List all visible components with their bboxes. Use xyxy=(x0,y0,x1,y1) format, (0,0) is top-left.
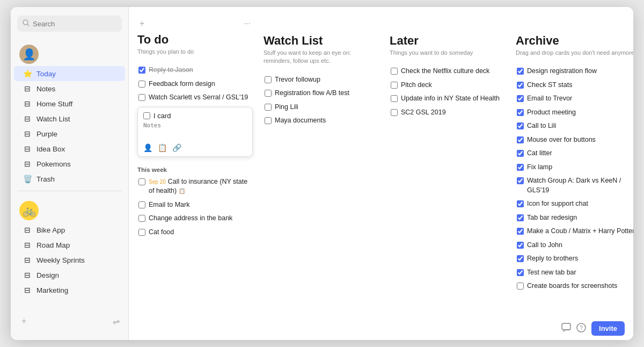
column-todo-header: To do Things you plan to do xyxy=(137,33,253,61)
search-bar[interactable] xyxy=(17,16,122,32)
task-label-a3: Email to Trevor xyxy=(527,94,572,104)
task-checkbox-a4[interactable] xyxy=(517,109,524,116)
task-checkbox-1[interactable] xyxy=(138,67,145,74)
sidebar-item-watch-list[interactable]: ⊟ Watch List xyxy=(14,111,125,126)
pokemons-label: Pokemons xyxy=(36,160,71,168)
task-label-l1: Check the Netflix culture deck xyxy=(401,67,489,76)
task-label-a16: Create boards for screenshots xyxy=(527,281,617,291)
sidebar-item-trash[interactable]: 🗑️ Trash xyxy=(14,171,125,186)
column-todo-add-button[interactable]: + xyxy=(137,18,147,30)
task-archive-1: Design registration flow xyxy=(516,64,633,78)
task-checkbox-l1[interactable] xyxy=(391,68,398,75)
sidebar-item-bike-app[interactable]: ⊟ Bike App xyxy=(14,222,125,237)
card-popup-notes-input[interactable] xyxy=(143,122,247,137)
task-label-3: Watch Scarlett vs Serral / GSL'19 xyxy=(149,93,248,103)
task-label-a6: Mouse over for buttons xyxy=(527,135,596,145)
task-checkbox-3[interactable] xyxy=(138,94,145,101)
task-archive-2: Check ST stats xyxy=(516,78,633,92)
task-checkbox-2[interactable] xyxy=(138,81,145,88)
task-later-3: Update info in NY State of Health xyxy=(390,92,505,106)
column-watchlist-subtitle: Stuff you want to keep an eye on: remind… xyxy=(264,49,379,66)
task-todo-6: Change address in the bank xyxy=(137,212,253,226)
bike-app-icon: ⊟ xyxy=(23,226,32,234)
card-popup-checkbox[interactable] xyxy=(143,112,150,119)
task-label-a7: Cat litter xyxy=(527,149,552,158)
task-checkbox-a2[interactable] xyxy=(517,82,524,89)
column-archive-title: Archive xyxy=(516,34,633,48)
task-todo-5: Email to Mark xyxy=(137,198,253,212)
add-workspace-button[interactable]: + xyxy=(19,315,28,327)
settings-icon[interactable]: ⇌ xyxy=(113,316,120,327)
task-label-l2: Pitch deck xyxy=(401,81,432,90)
column-later: Later Things you want to do someday Chec… xyxy=(390,18,505,329)
task-checkbox-4[interactable] xyxy=(138,178,145,185)
task-later-2: Pitch deck xyxy=(390,78,505,92)
help-icon[interactable]: ? xyxy=(576,323,586,335)
task-checkbox-w4[interactable] xyxy=(265,117,272,124)
home-stuff-label: Home Stuff xyxy=(36,100,72,108)
card-popup-copy-icon[interactable]: 📋 xyxy=(158,143,167,152)
trash-icon: 🗑️ xyxy=(23,175,32,183)
task-checkbox-7[interactable] xyxy=(138,229,145,236)
task-checkbox-6[interactable] xyxy=(138,215,145,222)
column-todo-more-button[interactable]: ··· xyxy=(241,18,253,30)
task-archive-9: Watch Group A: Dark vs KeeN / GLS'19 xyxy=(516,174,633,197)
invite-button[interactable]: Invite xyxy=(591,321,625,336)
sidebar-item-notes[interactable]: ⊟ Notes xyxy=(14,81,125,96)
column-todo-title: To do xyxy=(137,33,253,47)
sidebar-item-design[interactable]: ⊟ Design xyxy=(14,268,125,283)
task-checkbox-5[interactable] xyxy=(138,201,145,208)
sidebar-item-pokemons[interactable]: ⊟ Pokemons xyxy=(14,156,125,171)
sidebar-item-purple[interactable]: ⊟ Purple xyxy=(14,126,125,141)
sidebar-item-home-stuff[interactable]: ⊟ Home Stuff xyxy=(14,96,125,111)
task-wl-3: Ping Lili xyxy=(264,100,379,114)
task-checkbox-w1[interactable] xyxy=(265,76,272,83)
task-checkbox-a10[interactable] xyxy=(517,200,524,207)
task-checkbox-l2[interactable] xyxy=(391,82,398,89)
task-checkbox-a6[interactable] xyxy=(517,136,524,143)
task-checkbox-a13[interactable] xyxy=(517,242,524,249)
task-checkbox-a15[interactable] xyxy=(517,269,524,276)
task-checkbox-a7[interactable] xyxy=(517,150,524,157)
task-label-a10: Icon for support chat xyxy=(527,199,588,209)
card-popup-link-icon[interactable]: 🔗 xyxy=(172,143,181,152)
card-popup-title-input[interactable] xyxy=(153,112,247,120)
task-label-a8: Fix lamp xyxy=(527,163,552,172)
task-checkbox-l4[interactable] xyxy=(391,109,398,116)
search-input[interactable] xyxy=(33,20,116,28)
idea-box-label: Idea Box xyxy=(36,145,65,153)
sidebar-item-weekly-sprints[interactable]: ⊟ Weekly Sprints xyxy=(14,252,125,268)
board: + ··· To do Things you plan to do Reply … xyxy=(129,7,633,340)
task-checkbox-a12[interactable] xyxy=(517,228,524,235)
task-checkbox-a1[interactable] xyxy=(517,68,524,75)
task-label-a5: Call to Lili xyxy=(527,121,556,131)
notes-label: Notes xyxy=(36,85,55,93)
chat-icon[interactable] xyxy=(561,323,571,335)
svg-rect-2 xyxy=(562,323,570,330)
weekly-sprints-label: Weekly Sprints xyxy=(36,256,85,264)
task-archive-8: Fix lamp xyxy=(516,161,633,175)
task-archive-16: Create boards for screenshots xyxy=(516,279,633,293)
task-checkbox-a14[interactable] xyxy=(517,255,524,262)
task-checkbox-a16[interactable] xyxy=(517,283,524,290)
task-label-w4: Maya documents xyxy=(275,116,326,126)
card-popup-row xyxy=(143,112,247,120)
task-checkbox-w2[interactable] xyxy=(265,90,272,97)
task-checkbox-a11[interactable] xyxy=(517,214,524,221)
task-checkbox-a9[interactable] xyxy=(517,177,524,184)
task-wl-2: Registration flow A/B test xyxy=(264,86,379,100)
card-popup-assign-icon[interactable]: 👤 xyxy=(143,143,152,152)
task-label-a9: Watch Group A: Dark vs KeeN / GLS'19 xyxy=(527,176,633,195)
task-checkbox-w3[interactable] xyxy=(265,104,272,111)
task-checkbox-a8[interactable] xyxy=(517,164,524,171)
purple-icon: ⊟ xyxy=(23,129,32,138)
sidebar-item-idea-box[interactable]: ⊟ Idea Box xyxy=(14,141,125,156)
task-checkbox-l3[interactable] xyxy=(391,95,398,102)
sidebar-item-marketing[interactable]: ⊟ Marketing xyxy=(14,283,125,298)
purple-label: Purple xyxy=(36,130,57,138)
sidebar-item-road-map[interactable]: ⊟ Road Map xyxy=(14,237,125,252)
task-later-4: SC2 GSL 2019 xyxy=(390,106,505,120)
sidebar-item-today[interactable]: ⭐ Today xyxy=(14,66,125,81)
task-checkbox-a3[interactable] xyxy=(517,95,524,102)
task-checkbox-a5[interactable] xyxy=(517,122,524,129)
